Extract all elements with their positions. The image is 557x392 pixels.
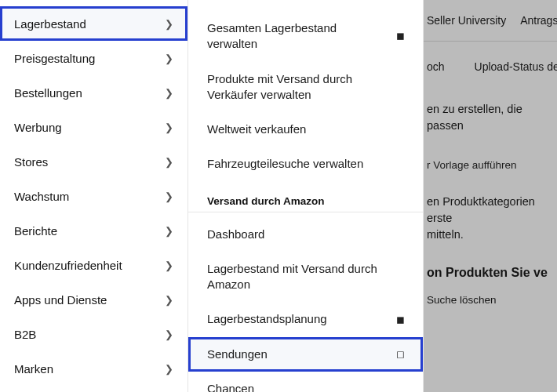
submenu-item-weltweit[interactable]: Weltweit verkaufen (188, 112, 423, 147)
chevron-right-icon: ❯ (165, 122, 173, 133)
submenu-section-label: Versand durch Amazon (207, 195, 325, 207)
submenu-item-label: Gesamten Lagerbestand verwalten (207, 20, 395, 53)
tab[interactable]: Upload-Status de (475, 60, 557, 73)
topnav-link[interactable]: Antragss (520, 14, 557, 27)
chevron-right-icon: ❯ (165, 191, 173, 202)
chevron-right-icon: ❯ (165, 156, 173, 168)
submenu-item-fahrzeugteilesuche[interactable]: Fahrzeugteilesuche verwalten (188, 147, 423, 181)
chevron-right-icon: ❯ (165, 328, 173, 340)
sidebar-item-lagerbestand[interactable]: Lagerbestand ❯ (0, 6, 187, 41)
sidebar-item-label: Kundenzufriedenheit (14, 259, 122, 272)
primary-sidebar: Lagerbestand ❯ Preisgestaltung ❯ Bestell… (0, 0, 188, 392)
sidebar-item-berichte[interactable]: Berichte ❯ (0, 213, 187, 248)
chevron-right-icon: ❯ (165, 294, 173, 306)
submenu-item-lagerbestand-fba[interactable]: Lagerbestand mit Versand durch Amazon (188, 252, 423, 303)
body-link[interactable]: r Vorlage aufführen (427, 154, 517, 173)
chevron-right-icon: ❯ (165, 87, 173, 99)
sidebar-item-label: Bestellungen (14, 86, 82, 100)
sidebar-item-preisgestaltung[interactable]: Preisgestaltung ❯ (0, 41, 187, 75)
bookmark-outline-icon[interactable]: ◻︎ (395, 347, 406, 361)
submenu-item-label: Lagerbestandsplanung (207, 311, 395, 327)
bookmark-filled-icon[interactable]: ◼︎ (395, 313, 406, 327)
submenu-item-label: Weltweit verkaufen (207, 122, 406, 137)
submenu-item-sendungen[interactable]: Sendungen ◻︎ (188, 337, 423, 372)
sidebar-item-label: Stores (14, 155, 48, 169)
submenu-panel: Gesamten Lagerbestand verwalten ◼︎ Produ… (188, 0, 424, 392)
page-backdrop: Seller University Antragss och Upload-St… (424, 0, 557, 392)
body-text: en Produktkategorien erste (427, 195, 535, 224)
sidebar-item-stores[interactable]: Stores ❯ (0, 144, 187, 179)
submenu-item-dashboard[interactable]: Dashboard (188, 217, 423, 252)
submenu-item-lagerbestandsplanung[interactable]: Lagerbestandsplanung ◼︎ (188, 302, 423, 336)
chevron-right-icon: ❯ (165, 18, 173, 30)
chevron-right-icon: ❯ (165, 225, 173, 237)
sidebar-item-bestellungen[interactable]: Bestellungen ❯ (0, 75, 187, 110)
heading-text: on Produkten Sie ve (427, 266, 548, 279)
sidebar-item-wachstum[interactable]: Wachstum ❯ (0, 179, 187, 213)
tab[interactable]: och (427, 60, 445, 73)
submenu-item-gesamten-lagerbestand[interactable]: Gesamten Lagerbestand verwalten ◼︎ (188, 11, 423, 62)
sidebar-item-label: B2B (14, 328, 36, 341)
sidebar-item-label: Werbung (14, 121, 62, 134)
sidebar-item-apps-dienste[interactable]: Apps und Dienste ❯ (0, 282, 187, 317)
topnav-link[interactable]: Seller University (427, 14, 506, 27)
sidebar-item-label: Lagerbestand (14, 17, 86, 31)
bookmark-filled-icon[interactable]: ◼︎ (395, 29, 406, 43)
sidebar-item-label: Marken (14, 362, 53, 376)
body-text: mitteln. (427, 228, 464, 241)
clear-search-link[interactable]: Suche löschen (427, 294, 497, 306)
sidebar-item-werbung[interactable]: Werbung ❯ (0, 110, 187, 144)
chevron-right-icon: ❯ (165, 53, 173, 64)
body-text: en zu erstellen, die passen (427, 103, 522, 132)
sidebar-item-marken[interactable]: Marken ❯ (0, 351, 187, 386)
submenu-item-label: Sendungen (207, 347, 395, 362)
submenu-item-versand-verkaeufer[interactable]: Produkte mit Versand durch Verkäufer ver… (188, 62, 423, 113)
sidebar-item-label: Apps und Dienste (14, 293, 107, 307)
chevron-right-icon: ❯ (165, 260, 173, 271)
chevron-right-icon: ❯ (165, 363, 173, 375)
submenu-item-label: Chancen (207, 381, 406, 392)
sidebar-item-label: Preisgestaltung (14, 52, 95, 65)
submenu-item-label: Fahrzeugteilesuche verwalten (207, 156, 406, 172)
sidebar-item-label: Wachstum (14, 190, 69, 203)
submenu-item-label: Dashboard (207, 227, 406, 242)
submenu-item-chancen[interactable]: Chancen (188, 372, 423, 392)
submenu-section-header: Versand durch Amazon (188, 182, 423, 212)
submenu-item-label: Produkte mit Versand durch Verkäufer ver… (207, 71, 406, 103)
sidebar-item-b2b[interactable]: B2B ❯ (0, 317, 187, 351)
submenu-item-label: Lagerbestand mit Versand durch Amazon (207, 261, 406, 293)
sidebar-item-label: Berichte (14, 224, 57, 238)
sidebar-item-kundenzufriedenheit[interactable]: Kundenzufriedenheit ❯ (0, 248, 187, 282)
